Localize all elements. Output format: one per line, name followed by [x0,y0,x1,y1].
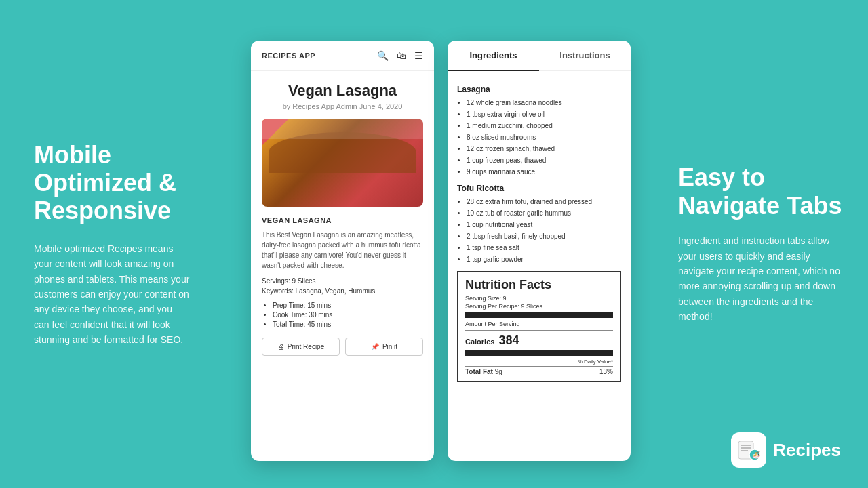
red-corner [262,119,289,146]
ingredient-item: 1 medium zucchini, chopped [467,121,621,131]
phone2-tabs: Ingredients Instructions [448,41,631,71]
fat-percent: 13% [599,368,613,375]
ingredient-item: 1 tbsp extra virgin olive oil [467,110,621,119]
print-recipe-button[interactable]: 🖨 Print Recipe [262,338,340,356]
recipes-logo-svg: 🍜 [737,439,760,462]
calories-label: Calories [465,338,494,346]
calories-value: 384 [498,333,519,348]
ingredient-item: 1 tsp fine sea salt [467,243,621,253]
pin-button[interactable]: 📌 Pin it [345,338,423,356]
print-label: Print Recipe [288,343,324,350]
nutrition-calories-row: Calories 384 [465,333,613,348]
phone-mockup-2: Ingredients Instructions Lasagna 12 whol… [448,41,631,461]
ingredient-item: 12 oz frozen spinach, thawed [467,144,621,154]
ingredients-body: Lasagna 12 whole grain lasagna noodles 1… [448,71,631,461]
recipe-title: Vegan Lasagna [262,82,423,100]
ingredient-item: 9 cups marinara sauce [467,167,621,177]
phone-mockup-1: RECIPES APP 🔍 🛍 ☰ Vegan Lasagna by Recip… [251,41,434,461]
recipe-times: Prep Time: 15 mins Cook Time: 30 mins To… [262,302,423,328]
recipe-description: This Best Vegan Lasagna is an amazing me… [262,230,423,270]
svg-text:🍜: 🍜 [752,451,760,460]
ingredient-item: 28 oz extra firm tofu, drained and press… [467,197,621,207]
search-icon[interactable]: 🔍 [377,50,389,61]
tofu-ingredients: 28 oz extra firm tofu, drained and press… [457,197,621,264]
lasagna-section-title: Lasagna [457,85,621,94]
recipe-servings: Servings: 9 Slices [262,277,423,285]
tab-ingredients[interactable]: Ingredients [448,41,539,71]
nutrition-title: Nutrition Facts [465,278,613,292]
recipe-meta: by Recipes App Admin June 4, 2020 [262,102,423,110]
right-heading: Easy to Navigate Tabs [678,163,848,220]
fat-value: 9g [495,368,502,375]
recipe-image [262,119,423,207]
fat-label-value: Total Fat 9g [465,368,502,375]
pin-icon: 📌 [371,343,379,350]
prep-time: Prep Time: 15 mins [273,302,423,309]
tab-instructions[interactable]: Instructions [539,41,631,71]
tofu-section-title: Tofu Ricotta [457,184,621,193]
phone1-body: Vegan Lasagna by Recipes App Admin June … [251,71,434,367]
nutrition-facts: Nutrition Facts Serving Size: 9 Serving … [457,271,621,382]
nutrition-daily-value: % Daily Value* [465,359,613,365]
cook-time: Cook Time: 30 mins [273,311,423,319]
total-time: Total Time: 45 mins [273,321,423,328]
ingredient-item: 2 tbsp fresh basil, finely chopped [467,232,621,241]
pin-label: Pin it [382,343,397,350]
right-section: Easy to Navigate Tabs Ingredient and ins… [665,136,868,351]
ingredient-item: 1 tsp garlic powder [467,255,621,264]
header-icons: 🔍 🛍 ☰ [377,50,423,61]
nutrition-thick-bar [465,312,613,318]
fat-label: Total Fat [465,368,493,375]
right-description: Ingredient and instruction tabs allow yo… [678,233,848,324]
ingredient-item: 12 whole grain lasagna noodles [467,98,621,108]
recipe-subtitle: VEGAN LASAGNA [262,216,423,224]
nutrition-thin-bar [465,330,613,331]
ingredient-item: 10 oz tub of roaster garlic hummus [467,209,621,218]
app-title: RECIPES APP [262,52,315,60]
logo-area: 🍜 Recipes [731,432,841,468]
ingredient-item: 1 cup frozen peas, thawed [467,156,621,165]
menu-icon[interactable]: ☰ [414,50,423,61]
lasagna-ingredients: 12 whole grain lasagna noodles 1 tbsp ex… [457,98,621,177]
recipe-buttons: 🖨 Print Recipe 📌 Pin it [262,338,423,356]
left-section: Mobile Optimized & Responsive Mobile opt… [0,114,217,375]
logo-text: Recipes [773,440,841,461]
cart-icon[interactable]: 🛍 [397,50,406,61]
phone1-header: RECIPES APP 🔍 🛍 ☰ [251,41,434,71]
nutrition-serving-size: Serving Size: 9 [465,295,613,302]
nutrition-thick-bar-2 [465,350,613,356]
nutrition-serving-per: Serving Per Recipe: 9 Slices [465,303,613,310]
logo-icon: 🍜 [731,432,766,468]
recipe-keywords: Keywords: Lasagna, Vegan, Hummus [262,287,423,295]
left-description: Mobile optimized Recipes means your cont… [34,241,190,348]
phones-container: RECIPES APP 🔍 🛍 ☰ Vegan Lasagna by Recip… [217,27,665,461]
nutrition-amount-per: Amount Per Serving [465,321,613,327]
print-icon: 🖨 [277,343,284,350]
ingredient-item: 8 oz sliced mushrooms [467,133,621,142]
left-heading: Mobile Optimized & Responsive [34,141,190,225]
nutrition-fat-row: Total Fat 9g 13% [465,366,613,375]
ingredient-item: 1 cup nutritional yeast [467,220,621,230]
